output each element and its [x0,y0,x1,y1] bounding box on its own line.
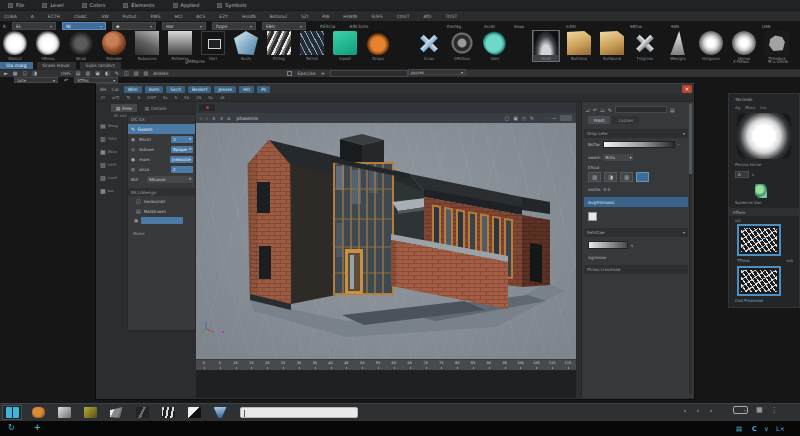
window-menu-item[interactable]: Jesvss [214,86,236,93]
shelf-thumbnail[interactable]: Stencil [2,31,28,61]
blend-mode-button-1[interactable]: ▧ [588,172,601,182]
wireframe-icon[interactable]: ▢ [504,115,509,121]
shelf-thumbnail[interactable]: Fstgrnss [632,31,658,61]
shelf-thumbnail[interactable]: Ettlng [266,31,292,61]
shelf-thumbnail[interactable]: Jdsnse [731,31,757,61]
frame-icon[interactable]: ◨ [32,71,37,76]
active-property-row[interactable]: ✎ Fusem [128,124,195,134]
secondary-menu-item[interactable]: PIA [322,14,329,19]
window-toolbar-item[interactable]: Ss [163,95,168,100]
secondary-menu-item[interactable]: Puttut [123,14,137,19]
workspace-tab[interactable]: Grass Haval [37,62,76,69]
minimize-icon[interactable]: — [552,115,557,121]
secondary-menu-item[interactable]: TDST [445,14,457,19]
wrap-icon[interactable]: ▧ [134,71,139,76]
lasso-icon[interactable]: ▦ [13,71,18,76]
window-toolbar-item[interactable]: S [137,95,140,100]
dropdown-combo[interactable]: NI▾ [62,22,106,30]
list-tray-icon[interactable]: ▤ [736,425,742,433]
window-toolbar-item[interactable]: 2S [196,95,201,100]
window-toolbar-item[interactable]: Ss [208,95,213,100]
rect-tool-icon[interactable]: ▭ [600,107,605,113]
window-menu-item[interactable]: Ssch [166,86,185,93]
window-menu-pre-1[interactable]: BH [100,87,106,92]
panel-menu-icon[interactable]: ▤ [670,107,675,113]
taskbar-app-button[interactable] [54,405,74,420]
dropdown-combo[interactable]: EL▾ [12,22,56,30]
shelf-thumbnail[interactable]: Bultznia [566,31,592,61]
dropdown-combo[interactable]: Har▾ [162,22,206,30]
secondary-menu-item[interactable]: SUFS [371,14,383,19]
shelf-thumbnail[interactable]: Inpsdt [332,31,358,61]
window-menu-pre-2[interactable]: Cal [111,87,118,92]
cursor-select-icon[interactable]: ► [4,71,8,76]
shelf-thumbnail[interactable]: Acsts [233,31,259,61]
secondary-menu-item[interactable]: AfD [423,14,431,19]
taskbar-app-button[interactable] [2,405,22,420]
timeline-ruler[interactable]: 0510152025303540455055606570758085909510… [196,359,576,370]
window-menu-item[interactable]: Bsslert [188,86,211,93]
secondary-menu-item[interactable]: COUT [397,14,410,19]
edit-icon[interactable]: ✎ [608,107,612,113]
secondary-menu-item[interactable]: CUAA [4,14,17,19]
mirror-icon[interactable]: ▤ [76,71,81,76]
secondary-menu-item[interactable]: A [31,14,34,19]
mask-icon[interactable]: ◧ [105,71,110,76]
taskbar-search-input[interactable] [240,407,358,418]
window-toolbar-item[interactable]: Cl [101,95,105,100]
tree-item[interactable]: ▤ MatkEvem [128,206,195,216]
shelf-thumbnail[interactable]: THtelbsk [764,31,790,61]
shelf-thumbnail[interactable]: Sulfwsnd [599,31,625,61]
annotate-icon[interactable]: ✎ [530,115,534,121]
dropdown-combo[interactable]: ◆▾ [112,22,156,30]
menubar-item[interactable]: File [8,2,24,8]
window-menu-item[interactable]: Wim [124,86,142,93]
chevron-down-icon[interactable]: ∨ [764,425,769,433]
shaded-icon[interactable]: ▣ [513,115,518,121]
taskbar-app-button[interactable] [106,405,126,420]
property-value-dropdown[interactable]: 3▾ [171,136,193,143]
stamp-icon[interactable]: ◫ [124,71,129,76]
rail-item[interactable]: ▥ TsKsl [97,132,127,145]
grid-view-icon[interactable]: ▦ [756,406,763,414]
transform-tool-icon[interactable]: ▱ [586,107,590,113]
shelf-thumbnail[interactable]: Wrab [68,31,94,61]
right-dock-tab[interactable]: Frost [588,116,610,124]
secondary-menu-item[interactable]: Betonul [270,14,287,19]
property-value-dropdown[interactable]: Jnebsolze [170,156,193,163]
blend-mode-button-active[interactable] [636,172,649,182]
section-header-opacity[interactable]: Orsp Lete▾ [584,129,688,138]
preset-combo[interactable] [330,70,408,77]
menubar-item[interactable]: Elements [123,2,154,8]
window-menu-item[interactable]: HO [239,86,254,93]
taskbar-app-button[interactable] [184,405,204,420]
panel-tool[interactable]: Lss [760,105,766,110]
secondary-menu-item[interactable]: ECTH [48,14,60,19]
shelf-thumbnail[interactable]: Rstherss [167,31,193,61]
secondary-menu-item[interactable]: CleAC [74,14,87,19]
blend-mode-button-3[interactable]: ▥ [620,172,633,182]
menubar-item[interactable]: Level [42,2,63,8]
taskbar-app-button[interactable] [210,405,230,420]
close-tray-icon[interactable]: L× [776,425,785,433]
window-toolbar-item[interactable]: Ts [127,95,131,100]
shelf-thumbnail[interactable]: Xcias [416,31,442,61]
workspace-tab[interactable]: Subs randsct [80,62,121,69]
gizmo-icon[interactable]: ◇ [522,115,526,121]
shelf-thumbnail[interactable]: Vahr [482,31,508,61]
secondary-menu-item[interactable]: EZY [219,14,228,19]
dropdown-combo[interactable]: EBIc▾ [262,22,306,30]
secondary-menu-item[interactable]: SZI [301,14,308,19]
taskbar-app-button[interactable] [158,405,178,420]
left-dock-tab[interactable]: ▤Free [111,104,137,112]
right-dock-tab[interactable]: Lassen [612,116,639,124]
c-tray-icon[interactable]: C [752,425,757,433]
secondary-menu-item[interactable]: HCI [174,14,182,19]
window-switcher-icon[interactable]: › [733,406,748,414]
home-icon[interactable]: ⌂ [227,115,230,121]
secondary-menu-item[interactable]: HoldN [242,14,256,19]
blend-mode-button-2[interactable]: ◨ [604,172,617,182]
gradient-slider[interactable] [603,141,675,148]
menubar-item[interactable]: Colors [82,2,106,8]
shelf-thumbnail[interactable]: Rubssnns [134,31,160,61]
